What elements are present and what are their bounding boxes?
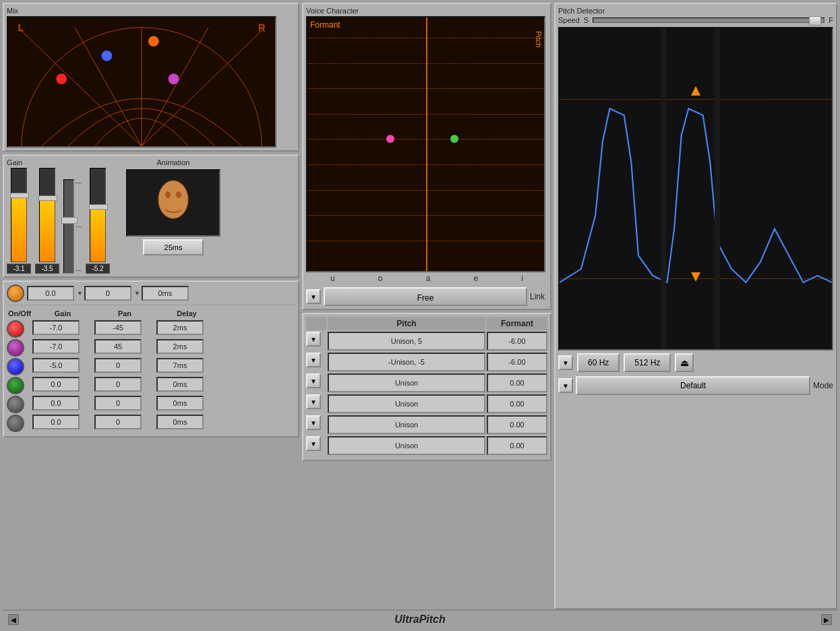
row6-pan[interactable]: 0 [94, 415, 142, 429]
pf-pitch-2[interactable]: -Unison, -5 [328, 353, 485, 371]
row4-pan[interactable]: 0 [94, 377, 142, 392]
svg-line-2 [18, 28, 142, 146]
pf-dropdown-6[interactable]: ▼ [306, 436, 321, 451]
default-button[interactable]: Default [576, 376, 810, 395]
led-row1[interactable] [7, 320, 24, 338]
fader3-track[interactable] [90, 168, 106, 262]
vowel-i: i [521, 274, 523, 283]
formant-dot-green[interactable] [450, 135, 458, 143]
vertical-fader[interactable] [63, 179, 74, 274]
pf-dropdown-5[interactable]: ▼ [306, 415, 321, 430]
table-header: On/Off Gain Pan Delay [7, 308, 295, 319]
voice-table-section: 0.0 ▼ 0 ▼ 0ms On/Off Gain Pan Delay [3, 280, 299, 438]
mode-dropdown-arrow[interactable]: ▼ [558, 378, 573, 393]
row4-delay[interactable]: 0ms [156, 377, 204, 392]
svg-point-12 [165, 191, 171, 198]
row2-pan[interactable]: 45 [94, 339, 142, 354]
pitch-formant-section: Pitch Formant ▼ Unison, 5 -6.00 ▼ -Uniso… [302, 313, 551, 461]
formant-dot-pink[interactable] [386, 135, 394, 143]
led-row5[interactable] [7, 396, 24, 413]
pf-header: Pitch Formant [306, 317, 547, 330]
fader2-container: -3.5 [35, 168, 59, 274]
animation-section: Animation 25ms [126, 158, 220, 274]
pf-pitch-5[interactable]: Unison [328, 415, 485, 434]
fader3-thumb[interactable] [89, 204, 108, 210]
speed-thumb[interactable] [809, 16, 821, 26]
row3-delay[interactable]: 7ms [156, 358, 204, 373]
led-row4[interactable] [7, 377, 24, 394]
fader3-value: -5.2 [86, 264, 110, 274]
pf-pitch-1[interactable]: Unison, 5 [328, 332, 485, 351]
pf-formant-1[interactable]: -6.00 [487, 332, 547, 351]
row4-gain[interactable]: 0.0 [32, 377, 80, 392]
pf-row: ▼ Unison 0.00 [306, 415, 547, 434]
th-onoff: On/Off [7, 308, 31, 319]
pf-formant-5[interactable]: 0.00 [487, 415, 547, 434]
row2-delay[interactable]: 2ms [156, 339, 204, 354]
pitch-scope [558, 27, 833, 351]
led-main[interactable] [7, 284, 24, 302]
row6-gain[interactable]: 0.0 [32, 415, 80, 429]
fader2-thumb[interactable] [38, 196, 57, 201]
bottom-bar: ◀ UltraPitch ▶ [3, 609, 837, 628]
animation-btn[interactable]: 25ms [143, 239, 204, 256]
pf-pitch-4[interactable]: Unison [328, 394, 485, 413]
formant-center-line [426, 18, 427, 271]
fader2-track[interactable] [39, 168, 55, 262]
main-delay[interactable]: 0ms [142, 286, 189, 301]
row5-gain[interactable]: 0.0 [32, 396, 80, 411]
pf-formant-2[interactable]: -6.00 [487, 353, 547, 371]
scroll-right-arrow[interactable]: ▶ [821, 614, 832, 625]
row3-gain[interactable]: -5.0 [32, 358, 80, 373]
pf-pitch-6[interactable]: Unison [328, 436, 485, 455]
pf-formant-3[interactable]: 0.00 [487, 373, 547, 392]
speed-label: Speed [558, 16, 580, 24]
th-delay: Delay [156, 308, 217, 319]
fader1-track[interactable] [11, 168, 27, 262]
free-dropdown-arrow[interactable]: ▼ [306, 289, 321, 304]
table-row: -7.0 -45 2ms [7, 320, 295, 338]
scope-sep2 [715, 28, 720, 349]
hz2-button[interactable]: 512 Hz [624, 353, 671, 372]
pf-dropdown-4[interactable]: ▼ [306, 394, 321, 409]
row1-pan[interactable]: -45 [94, 320, 142, 335]
row5-delay[interactable]: 0ms [156, 396, 204, 411]
pf-dropdown-3[interactable]: ▼ [306, 373, 321, 388]
pf-pitch-3[interactable]: Unison [328, 373, 485, 392]
pf-formant-6[interactable]: 0.00 [487, 436, 547, 455]
row1-delay[interactable]: 2ms [156, 320, 204, 335]
led-row3[interactable] [7, 358, 24, 375]
led-row6[interactable] [7, 415, 24, 432]
led-row2[interactable] [7, 339, 24, 357]
svg-text:L: L [18, 23, 24, 33]
svg-point-10 [169, 73, 179, 84]
animation-label: Animation [157, 158, 190, 167]
slow-label: S [584, 16, 589, 24]
main-gain[interactable]: 0.0 [27, 286, 74, 301]
row3-pan[interactable]: 0 [94, 358, 142, 373]
free-link-row: ▼ Free Link [306, 287, 547, 306]
eject-button[interactable]: ⏏ [675, 353, 694, 372]
free-button[interactable]: Free [324, 287, 527, 306]
row6-delay[interactable]: 0ms [156, 415, 204, 429]
v-fader-thumb[interactable] [61, 217, 78, 224]
formant-label: Formant [310, 20, 340, 30]
main-pan[interactable]: 0 [84, 286, 131, 301]
hz-dropdown-arrow[interactable]: ▼ [558, 355, 573, 370]
scroll-left-arrow[interactable]: ◀ [8, 614, 19, 625]
table-row: 0.0 0 0ms [7, 396, 295, 413]
row1-gain[interactable]: -7.0 [32, 320, 80, 335]
fader1-thumb[interactable] [10, 193, 29, 198]
pf-dropdown-1[interactable]: ▼ [306, 332, 321, 347]
row5-pan[interactable]: 0 [94, 396, 142, 411]
hz1-button[interactable]: 60 Hz [577, 353, 620, 372]
svg-point-8 [102, 51, 113, 61]
fader1-container: -3.1 [7, 168, 31, 274]
main-delay-group: ▼ 0ms [134, 286, 189, 301]
speed-track[interactable] [593, 18, 824, 23]
pf-dropdown-2[interactable]: ▼ [306, 353, 321, 367]
row2-gain[interactable]: -7.0 [32, 339, 80, 354]
vowel-a: a [426, 274, 431, 283]
pf-formant-4[interactable]: 0.00 [487, 394, 547, 413]
vertical-fader-container: — — — [63, 179, 82, 274]
